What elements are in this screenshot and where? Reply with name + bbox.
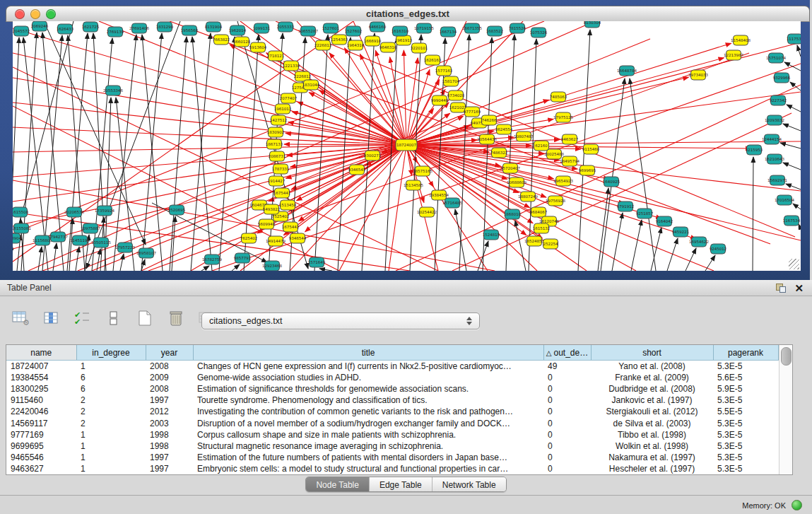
table-row[interactable]: 946362711997Embryonic stem cells: a mode…: [6, 463, 778, 474]
table-cell[interactable]: 22420046: [6, 406, 76, 417]
table-cell[interactable]: Genome-wide association studies in ADHD.: [193, 372, 543, 383]
table-cell[interactable]: 2008: [146, 383, 193, 395]
table-cell[interactable]: 5.5E-5: [713, 406, 778, 417]
close-panel-icon[interactable]: ✕: [794, 283, 804, 293]
tab-edge-table[interactable]: Edge Table: [370, 477, 433, 491]
row-checklist-icon[interactable]: ✔✔: [72, 308, 93, 328]
table-cell[interactable]: 5.3E-5: [713, 361, 778, 373]
table-cell[interactable]: Embryonic stem cells: a model to study s…: [193, 463, 543, 474]
column-header-out_de[interactable]: △out_de…: [543, 345, 591, 361]
table-cell[interactable]: 0: [543, 440, 591, 452]
table-row[interactable]: 2242004622012Investigating the contribut…: [6, 406, 778, 417]
table-row[interactable]: 1456911722003Disruption of a novel membe…: [6, 418, 778, 429]
create-column-icon[interactable]: [134, 308, 155, 328]
table-cell[interactable]: Franke et al. (2009): [591, 372, 713, 383]
resize-grip-icon[interactable]: [789, 259, 799, 269]
table-cell[interactable]: Estimation of the future numbers of pati…: [193, 452, 543, 463]
table-row[interactable]: 946554611997Estimation of the future num…: [6, 452, 778, 463]
table-cell[interactable]: Dudbridge et al. (2008): [591, 383, 713, 395]
table-cell[interactable]: Tibbo et al. (1998): [591, 429, 713, 440]
table-cell[interactable]: Wolkin et al. (1998): [591, 440, 713, 452]
table-cell[interactable]: 5.3E-5: [713, 429, 778, 440]
column-header-title[interactable]: title: [193, 345, 543, 361]
table-cell[interactable]: 1: [76, 440, 146, 452]
table-cell[interactable]: Estimation of significance thresholds fo…: [193, 383, 543, 395]
table-cell[interactable]: 5.3E-5: [713, 452, 778, 463]
table-cell[interactable]: 5.3E-5: [713, 463, 778, 474]
table-cell[interactable]: Jankovic et al. (1997): [591, 395, 713, 406]
table-cell[interactable]: 6: [76, 372, 146, 383]
table-cell[interactable]: Yano et al. (2008): [591, 361, 713, 373]
column-header-short[interactable]: short: [591, 345, 713, 361]
table-cell[interactable]: 0: [543, 372, 591, 383]
delete-column-icon[interactable]: [165, 308, 187, 328]
table-cell[interactable]: 0: [543, 406, 591, 417]
table-cell[interactable]: Changes of HCN gene expression and I(f) …: [193, 361, 543, 373]
table-cell[interactable]: 49: [543, 361, 591, 373]
table-cell[interactable]: 5.3E-5: [713, 395, 778, 406]
table-cell[interactable]: 1: [76, 463, 146, 474]
table-cell[interactable]: 1997: [146, 452, 193, 463]
table-cell[interactable]: Tourette syndrome. Phenomenology and cla…: [193, 395, 543, 406]
table-row[interactable]: 1830029562008Estimation of significance …: [6, 383, 778, 395]
column-header-pagerank[interactable]: pagerank: [713, 345, 778, 361]
table-cell[interactable]: 0: [543, 418, 591, 429]
vertical-scrollbar[interactable]: [779, 345, 792, 474]
table-cell[interactable]: 0: [543, 452, 591, 463]
table-cell[interactable]: 1: [76, 361, 146, 373]
table-cell[interactable]: 18724007: [6, 361, 76, 373]
table-row[interactable]: 911546021997Tourette syndrome. Phenomeno…: [6, 395, 778, 406]
column-header-year[interactable]: year: [146, 345, 193, 361]
table-cell[interactable]: 5.3E-5: [713, 440, 778, 452]
table-cell[interactable]: 1998: [146, 440, 193, 452]
table-settings-icon[interactable]: ⚙: [10, 308, 31, 328]
table-cell[interactable]: Investigating the contribution of common…: [193, 406, 543, 417]
show-columns-icon[interactable]: [41, 308, 62, 328]
column-header-name[interactable]: name: [6, 345, 76, 361]
table-cell[interactable]: 2: [76, 395, 146, 406]
tab-network-table[interactable]: Network Table: [433, 477, 506, 491]
table-cell[interactable]: 6: [76, 383, 146, 395]
scrollbar-thumb[interactable]: [781, 347, 792, 366]
float-panel-icon[interactable]: [776, 284, 786, 293]
table-selector-dropdown[interactable]: citations_edges.txt: [201, 313, 480, 329]
table-cell[interactable]: Stergiakouli et al. (2012): [591, 406, 713, 417]
table-cell[interactable]: 2008: [146, 361, 193, 373]
table-cell[interactable]: Corpus callosum shape and size in male p…: [193, 429, 543, 440]
table-cell[interactable]: 19384554: [6, 372, 76, 383]
table-cell[interactable]: 0: [543, 429, 591, 440]
table-row[interactable]: 969969511998Structural magnetic resonanc…: [6, 440, 778, 452]
table-cell[interactable]: 2012: [146, 406, 193, 417]
table-cell[interactable]: 1997: [146, 463, 193, 474]
table-cell[interactable]: 18300295: [6, 383, 76, 395]
table-row[interactable]: 1872400712008Changes of HCN gene express…: [6, 361, 778, 373]
table-cell[interactable]: Nakamura et al. (1997): [591, 452, 713, 463]
network-window-titlebar[interactable]: citations_edges.txt: [6, 6, 810, 22]
table-cell[interactable]: 2: [76, 406, 146, 417]
table-cell[interactable]: 0: [543, 463, 591, 474]
table-cell[interactable]: 1998: [146, 429, 193, 440]
table-cell[interactable]: 9115460: [6, 395, 76, 406]
table-row[interactable]: 977716911998Corpus callosum shape and si…: [6, 429, 778, 440]
table-cell[interactable]: 5.9E-5: [713, 383, 778, 395]
table-cell[interactable]: 9699695: [6, 440, 76, 452]
merge-rows-icon[interactable]: [103, 308, 124, 328]
table-cell[interactable]: Disruption of a novel member of a sodium…: [193, 418, 543, 429]
table-cell[interactable]: 9465546: [6, 452, 76, 463]
table-cell[interactable]: 1997: [146, 395, 193, 406]
table-cell[interactable]: 0: [543, 395, 591, 406]
table-cell[interactable]: 2009: [146, 372, 193, 383]
table-cell[interactable]: 2: [76, 418, 146, 429]
tab-node-table[interactable]: Node Table: [306, 477, 370, 491]
table-cell[interactable]: 5.3E-5: [713, 418, 778, 429]
network-canvas[interactable]: 1872400776638228660128591360427181211221…: [13, 21, 801, 271]
table-row[interactable]: 1938455462009Genome-wide association stu…: [6, 372, 778, 383]
table-cell[interactable]: 14569117: [6, 418, 76, 429]
table-cell[interactable]: 1: [76, 452, 146, 463]
table-cell[interactable]: 2003: [146, 418, 193, 429]
table-cell[interactable]: Hescheler et al. (1997): [591, 463, 713, 474]
table-cell[interactable]: 9777169: [6, 429, 76, 440]
table-cell[interactable]: 0: [543, 383, 591, 395]
table-cell[interactable]: 1: [76, 429, 146, 440]
table-cell[interactable]: 5.6E-5: [713, 372, 778, 383]
